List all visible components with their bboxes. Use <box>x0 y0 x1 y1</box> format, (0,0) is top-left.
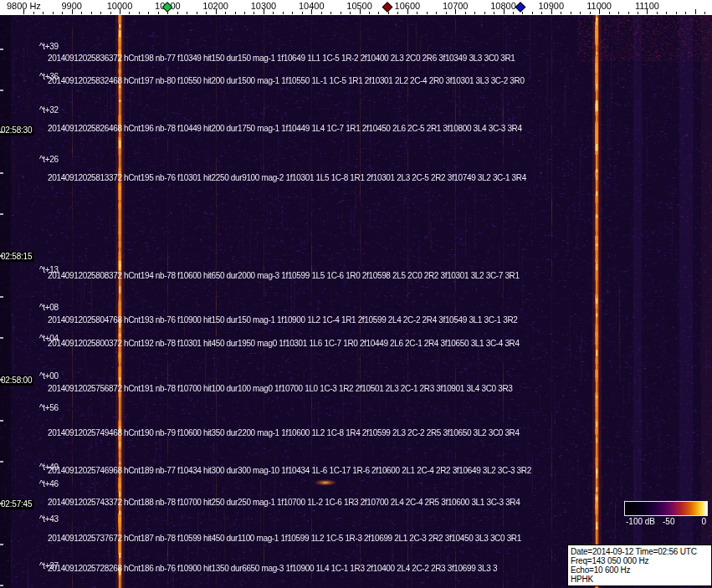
ruler-tick <box>541 12 542 14</box>
detection-line: 20140912025737672 hCnt187 nb-78 f10599 h… <box>48 534 521 543</box>
ruler-tick <box>561 12 561 14</box>
ruler-tick <box>685 12 686 14</box>
ruler-tick <box>704 12 705 14</box>
ruler-tick <box>187 12 187 14</box>
time-tick <box>0 172 3 174</box>
detection-tag: ^t+43 <box>39 514 59 524</box>
ruler-tick <box>378 12 379 14</box>
freq-marker-blue-diamond-icon[interactable] <box>515 2 526 13</box>
ruler-tick <box>360 9 361 14</box>
ruler-tick <box>446 12 447 14</box>
time-tick <box>0 544 3 545</box>
ruler-tick <box>129 12 130 14</box>
overlay-layer: ^t+3920140912025836372 hCnt198 nb-77 f10… <box>0 0 712 588</box>
ruler-tick <box>695 9 696 14</box>
ruler-tick <box>628 12 629 14</box>
ruler-tick <box>618 12 619 14</box>
ruler-tick <box>283 12 284 14</box>
ruler-tick <box>532 12 533 14</box>
ruler-tick <box>397 12 398 14</box>
ruler-tick <box>197 12 197 14</box>
ruler-tick <box>244 12 245 14</box>
time-tick <box>0 296 3 298</box>
ruler-tick <box>43 12 44 14</box>
detection-line: 20140912025813372 hCnt195 nb-76 f10301 h… <box>48 173 526 182</box>
time-tick <box>0 503 3 504</box>
ruler-tick <box>436 12 437 14</box>
time-tick <box>0 89 3 91</box>
ruler-tick <box>62 12 63 14</box>
detection-line: 20140912025832468 hCnt197 nb-80 f10550 h… <box>48 76 525 85</box>
ruler-tick <box>100 12 101 14</box>
ruler-tick <box>657 12 658 14</box>
ruler-tick <box>158 12 159 14</box>
ruler-tick <box>522 12 523 14</box>
db-scale-labels: -100 dB -50 0 <box>624 517 708 527</box>
detection-tag: ^t+32 <box>39 105 59 115</box>
ruler-tick <box>148 12 149 14</box>
ruler-tick <box>81 12 82 14</box>
ruler-tick <box>494 12 494 14</box>
time-tick <box>0 461 3 463</box>
db-min-label: -100 dB <box>626 517 655 526</box>
db-scale: -100 dB -50 0 <box>624 501 708 527</box>
detection-line: 20140912025743372 hCnt188 nb-78 f10700 h… <box>48 498 520 507</box>
ruler-tick <box>427 12 428 14</box>
db-mid-label: -50 <box>663 517 674 526</box>
detection-line: 20140912025826468 hCnt196 nb-78 f10449 h… <box>48 124 522 133</box>
ruler-tick <box>417 12 417 14</box>
time-tick <box>0 213 3 215</box>
ruler-tick <box>350 12 351 14</box>
ruler-tick <box>571 12 571 14</box>
ruler-tick <box>407 9 408 14</box>
time-tick <box>0 255 3 257</box>
time-label: 02:57:45 <box>0 499 33 509</box>
ruler-tick <box>225 12 226 14</box>
ruler-tick <box>455 9 456 14</box>
ruler-tick <box>206 12 207 14</box>
detection-line: 20140912025746968 hCnt189 nb-77 f10434 h… <box>48 466 531 475</box>
ruler-tick <box>110 12 111 14</box>
info-freq-line: Freq=143 050 000 Hz <box>571 556 709 565</box>
ruler-tick <box>474 12 475 14</box>
ruler-tick <box>369 12 370 14</box>
ruler-tick <box>254 12 254 14</box>
ruler-tick <box>177 12 178 14</box>
db-max-label: 0 <box>701 517 706 526</box>
ruler-tick <box>302 12 303 14</box>
ruler-tick <box>341 12 341 14</box>
ruler-tick <box>676 12 677 14</box>
frequency-ruler: 9800 Hz990010000101001020010300104001050… <box>0 0 712 15</box>
info-station-line: HPHK <box>571 575 709 584</box>
info-box: Date=2014-09-12 Time=02:56 UTC Freq=143 … <box>567 545 712 586</box>
time-label: 02:58:15 <box>0 252 33 262</box>
ruler-tick <box>23 9 24 14</box>
ruler-tick <box>388 12 389 14</box>
ruler-tick <box>235 12 236 14</box>
detection-tag: ^t+56 <box>39 403 59 412</box>
time-tick <box>0 337 3 339</box>
time-tick <box>0 49 3 50</box>
ruler-tick <box>311 9 312 14</box>
ruler-tick <box>139 12 140 14</box>
ruler-tick <box>513 12 514 14</box>
ruler-tick <box>33 12 34 14</box>
ruler-tick <box>599 9 600 14</box>
detection-tag: ^t+26 <box>39 155 59 164</box>
ruler-tick <box>609 12 610 14</box>
freq-marker-red-diamond-icon[interactable] <box>382 2 393 13</box>
detection-tag: ^t+39 <box>39 42 59 51</box>
ruler-tick <box>465 12 466 14</box>
ruler-tick <box>53 12 54 14</box>
time-label: 02:58:00 <box>0 376 33 386</box>
ruler-tick <box>264 9 264 14</box>
ruler-tick <box>484 12 485 14</box>
ruler-tick <box>551 9 552 14</box>
detection-line: 20140912025749468 hCnt190 nb-79 f10600 h… <box>48 428 520 437</box>
info-date-line: Date=2014-09-12 Time=02:56 UTC <box>571 547 709 556</box>
ruler-tick <box>504 9 505 14</box>
ruler-tick <box>91 12 92 14</box>
time-tick <box>0 585 3 586</box>
ruler-tick <box>666 12 667 14</box>
detection-tag: ^t+08 <box>39 303 59 312</box>
